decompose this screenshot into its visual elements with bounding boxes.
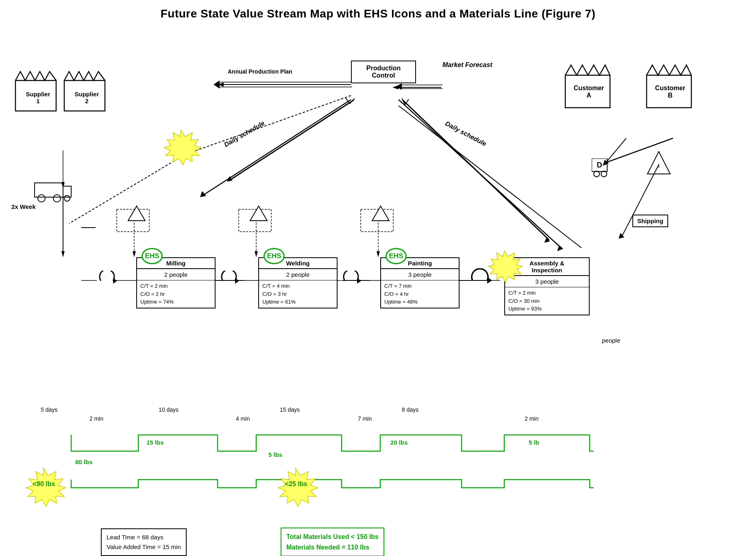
main-title: Future State Value Stream Map with EHS I… xyxy=(0,0,756,20)
production-control-box: Production Control xyxy=(351,61,416,83)
inventory-triangle: I xyxy=(647,150,671,178)
two-x-week-label: 2x Week xyxy=(11,203,36,210)
svg-marker-70 xyxy=(128,206,145,221)
ehs-badge-welding: EHS xyxy=(264,248,285,264)
svg-marker-40 xyxy=(619,233,624,239)
shipping-box: Shipping xyxy=(632,215,668,227)
ehs-badge-painting: EHS xyxy=(386,248,407,264)
supplier-2-factory: Supplier2 xyxy=(60,64,109,115)
svg-line-23 xyxy=(403,100,549,240)
push-arrow-milling-welding xyxy=(219,271,239,293)
svg-line-14 xyxy=(399,106,582,248)
milling-people: 2 people xyxy=(137,269,215,280)
svg-marker-7 xyxy=(200,191,206,197)
market-forecast-label: Market Forecast xyxy=(442,61,492,69)
svg-marker-71 xyxy=(250,206,267,221)
welding-stats: C/T = 4 min C/O = 3 hr Uptime = 61% xyxy=(259,280,337,308)
welding-people: 2 people xyxy=(259,269,337,280)
supplier-2-label: Supplier2 xyxy=(68,91,106,104)
days-label-4: 8 days xyxy=(402,406,418,413)
svg-point-62 xyxy=(594,171,599,177)
painting-stats: C/T = 7 min C/O = 4 hr Uptime = 48% xyxy=(381,280,459,308)
svg-marker-72 xyxy=(372,206,389,221)
days-label-3: 15 days xyxy=(280,406,300,413)
svg-marker-9 xyxy=(557,245,563,251)
svg-marker-67 xyxy=(488,251,523,282)
inv-triangle-milling xyxy=(127,205,146,224)
svg-marker-75 xyxy=(357,278,361,284)
svg-marker-28 xyxy=(255,251,258,257)
info-box-green-materials: Total Materials Used < 150 lbs Materials… xyxy=(281,528,384,556)
min-label-4: 2 min xyxy=(525,415,538,422)
truck-icon xyxy=(33,179,73,209)
wip-above-2: 5 lbs xyxy=(268,451,282,458)
min-label-1: 2 min xyxy=(89,415,103,422)
annual-plan-label: Annual Production Plan xyxy=(228,68,292,75)
push-arrow-welding-painting xyxy=(341,271,361,293)
customer-a-factory: CustomerA xyxy=(561,57,614,111)
inv-triangle-painting xyxy=(371,205,390,224)
svg-point-63 xyxy=(601,171,607,177)
d-truck-badge: D xyxy=(592,159,622,185)
milling-stats: C/T = 2 min C/O = 2 hr Uptime = 74% xyxy=(137,280,215,308)
svg-marker-30 xyxy=(377,251,380,257)
painting-process-box: Painting 3 people C/T = 7 min C/O = 4 hr… xyxy=(380,257,460,308)
daily-schedule-left-label: Daily schedule xyxy=(223,119,266,149)
svg-marker-3 xyxy=(392,85,399,89)
svg-marker-38 xyxy=(61,251,65,257)
kaizen-burst-90lbs: <90 lbs xyxy=(20,467,67,510)
milling-process-box: Milling 2 people C/T = 2 min C/O = 2 hr … xyxy=(136,257,216,308)
svg-point-56 xyxy=(53,195,61,202)
wip-below-1: 80 lbs xyxy=(75,458,93,465)
wip-above-3: 20 lbs xyxy=(390,439,408,446)
kaizen-25lbs-label: <25 lbs xyxy=(278,480,314,488)
info-box-lead-time: Lead Time = 68 days Value Added Time = 1… xyxy=(101,528,187,556)
people-label-assembly: people xyxy=(602,337,620,344)
welding-process-box: Welding 2 people C/T = 4 min C/O = 3 hr … xyxy=(258,257,338,308)
inv-triangle-welding xyxy=(249,205,268,224)
svg-text:I: I xyxy=(658,163,660,169)
wip-above-4: 5 lb xyxy=(529,439,539,446)
customer-b-label: CustomerB xyxy=(650,85,691,99)
painting-people: 3 people xyxy=(381,269,459,280)
svg-marker-74 xyxy=(235,278,239,284)
days-label-2: 10 days xyxy=(159,406,179,413)
svg-marker-24 xyxy=(544,237,550,243)
svg-marker-73 xyxy=(113,278,117,284)
svg-text:D: D xyxy=(597,161,602,169)
customer-a-label: CustomerA xyxy=(569,85,609,99)
kaizen-burst-25lbs: <25 lbs xyxy=(272,467,319,510)
svg-marker-26 xyxy=(133,251,136,257)
kaizen-burst-assembly xyxy=(486,250,523,286)
kaizen-burst-top xyxy=(161,129,201,169)
svg-line-21 xyxy=(232,100,354,179)
ehs-badge-milling: EHS xyxy=(142,248,163,264)
kaizen-90lbs-label: <90 lbs xyxy=(26,480,62,488)
assembly-stats: C/T = 2 min C/O = 30 min Uptime = 93% xyxy=(505,287,589,315)
svg-marker-22 xyxy=(227,176,233,182)
daily-schedule-right-label: Daily schedule xyxy=(444,120,488,148)
svg-line-0 xyxy=(185,96,351,154)
min-label-2: 4 min xyxy=(236,415,250,422)
svg-marker-17 xyxy=(214,80,220,89)
svg-marker-66 xyxy=(164,130,201,165)
svg-point-55 xyxy=(38,195,45,202)
svg-marker-20 xyxy=(396,83,402,90)
supplier-1-factory: Supplier1 xyxy=(11,64,60,115)
svg-line-8 xyxy=(399,100,561,248)
customer-b-factory: CustomerB xyxy=(643,57,695,111)
svg-marker-5 xyxy=(218,83,224,87)
days-label-1: 5 days xyxy=(41,406,57,413)
svg-point-57 xyxy=(64,195,70,201)
min-label-3: 7 min xyxy=(358,415,372,422)
push-arrow-supplier-milling xyxy=(97,271,117,293)
materials-line xyxy=(0,467,756,492)
supplier-1-label: Supplier1 xyxy=(19,91,57,104)
wip-above-1: 15 lbs xyxy=(146,439,164,446)
